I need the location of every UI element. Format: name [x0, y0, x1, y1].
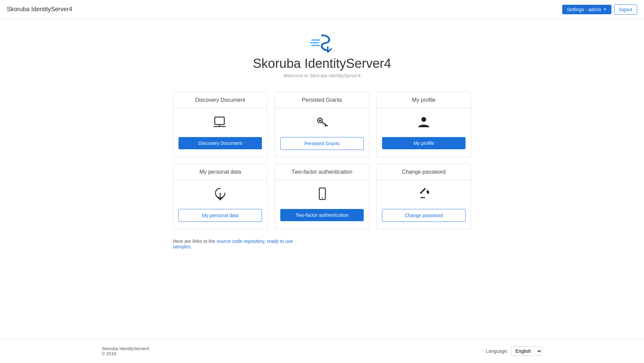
card-header-persisted-grants: Persisted Grants	[275, 92, 369, 108]
app-title: Skoruba IdentityServer4	[253, 56, 391, 71]
card-persisted-grants: Persisted Grants Persisted Grants	[274, 92, 370, 157]
footer-text-after: .	[190, 244, 192, 249]
svg-rect-15	[420, 197, 425, 198]
svg-marker-14	[427, 190, 429, 194]
svg-point-7	[319, 119, 321, 121]
language-label: Language:	[486, 348, 508, 354]
language-selector-area: Language: EnglishDeutschFrançais	[486, 346, 542, 356]
svg-rect-13	[420, 188, 426, 194]
card-my-profile: My profile My profile	[376, 92, 471, 157]
card-body-discovery-document: Discovery Document	[173, 108, 267, 156]
card-header-my-profile: My profile	[377, 92, 471, 108]
main-content: Skoruba IdentityServer4 Welcome to Skoru…	[0, 19, 644, 249]
footer-links: Here are links to the source code reposi…	[7, 238, 299, 249]
card-change-password: Change password Change password	[376, 164, 471, 229]
card-body-my-personal-data: My personal data	[173, 180, 267, 229]
source-code-link[interactable]: source code repository	[216, 238, 264, 244]
card-discovery-document: Discovery Document Discovery Document	[173, 92, 268, 157]
card-header-my-personal-data: My personal data	[173, 164, 267, 180]
app-subtitle: Welcome to Skoruba IdentityServer4	[283, 73, 361, 78]
two-factor-auth-button[interactable]: Two-factor authentication	[280, 209, 364, 221]
card-body-two-factor-auth: Two-factor authentication	[275, 180, 369, 228]
footer-brand-area: Skoruba IdentityServer4 © 2018	[102, 346, 149, 356]
change-password-button[interactable]: Change password	[382, 209, 466, 222]
card-header-two-factor-auth: Two-factor authentication	[275, 164, 369, 180]
my-profile-icon	[417, 115, 431, 132]
cards-grid: Discovery Document Discovery Document Pe…	[173, 92, 471, 229]
navbar-right: Settings - admin logout	[562, 4, 637, 15]
navbar: Skoruba IdentityServer4 Settings - admin…	[0, 0, 644, 19]
settings-button[interactable]: Settings - admin	[562, 5, 611, 14]
discovery-document-button[interactable]: Discovery Document	[178, 137, 262, 149]
card-header-change-password: Change password	[377, 164, 471, 180]
card-my-personal-data: My personal data My personal data	[173, 164, 268, 229]
discovery-document-icon	[213, 115, 227, 132]
logout-button[interactable]: logout	[614, 4, 637, 15]
card-body-my-profile: My profile	[377, 108, 471, 156]
footer-text-before: Here are links to the	[173, 238, 216, 244]
svg-point-10	[421, 117, 426, 122]
svg-rect-3	[215, 117, 224, 125]
persisted-grants-icon	[315, 115, 329, 132]
svg-line-8	[322, 122, 327, 126]
my-personal-data-icon	[213, 187, 227, 204]
bottom-footer: Skoruba IdentityServer4 © 2018 Language:…	[0, 339, 644, 363]
language-select[interactable]: EnglishDeutschFrançais	[511, 346, 542, 356]
card-header-discovery-document: Discovery Document	[173, 92, 267, 108]
card-two-factor-auth: Two-factor authentication Two-factor aut…	[274, 164, 370, 229]
my-personal-data-button[interactable]: My personal data	[178, 209, 262, 222]
svg-point-12	[322, 197, 323, 198]
footer-copyright: © 2018	[102, 351, 149, 356]
logo-area: Skoruba IdentityServer4 Welcome to Skoru…	[253, 33, 391, 78]
persisted-grants-button[interactable]: Persisted Grants	[280, 137, 364, 150]
two-factor-auth-icon	[315, 187, 329, 204]
card-body-change-password: Change password	[377, 180, 471, 229]
change-password-icon	[417, 187, 431, 204]
card-body-persisted-grants: Persisted Grants	[275, 108, 369, 157]
footer-brand-name: Skoruba IdentityServer4	[102, 346, 149, 351]
navbar-brand: Skoruba IdentityServer4	[7, 6, 72, 13]
app-logo	[310, 33, 334, 53]
my-profile-button[interactable]: My profile	[382, 137, 466, 149]
footer-text-between: ,	[264, 238, 267, 244]
